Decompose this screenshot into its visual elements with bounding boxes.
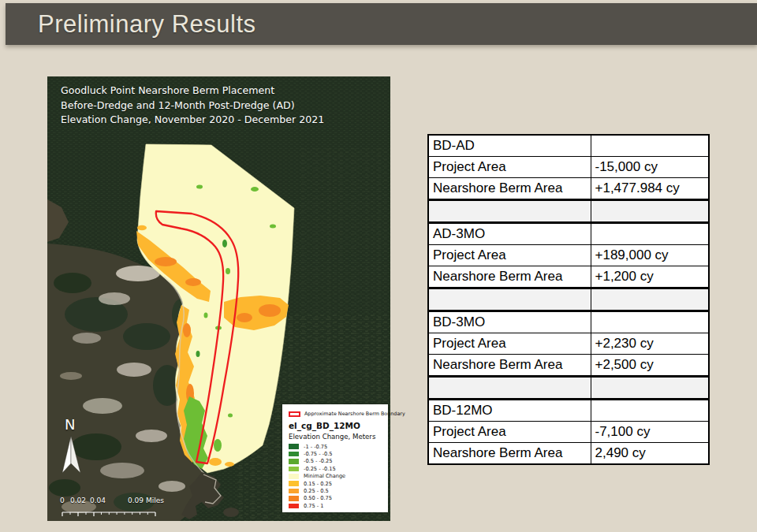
map-figure: Goodluck Point Nearshore Berm Placement … <box>47 76 390 521</box>
label-cell: BD-3MO <box>428 311 591 333</box>
label-cell: Project Area <box>428 245 591 266</box>
legend-class-row: 0.75 - 1 <box>289 502 388 509</box>
table-row: BD-AD <box>428 135 709 157</box>
value-cell <box>591 311 709 333</box>
class-swatch-icon <box>289 489 299 494</box>
label-cell <box>428 288 591 311</box>
table-row: Nearshore Berm Area+2,500 cy <box>428 355 709 377</box>
class-label: -0.25 - -0.15 <box>304 466 336 472</box>
label-cell: BD-12MO <box>428 400 591 422</box>
class-swatch-icon <box>289 481 299 486</box>
value-cell <box>591 288 709 311</box>
value-cell <box>591 200 709 223</box>
results-table: BD-AD Project Area-15,000 cy Nearshore B… <box>427 134 710 465</box>
page-title: Preliminary Results <box>38 10 256 39</box>
map-legend: Approximate Nearshore Berm Boundary el_c… <box>282 404 388 512</box>
class-label: 0.25 - 0.5 <box>304 488 329 494</box>
scale-label: 0 <box>60 497 65 504</box>
map-title-line: Before-Dredge and 12-Month Post-Dredge (… <box>61 99 324 113</box>
table-row: Project Area+189,000 cy <box>428 245 709 266</box>
map-title-line: Goodluck Point Nearshore Berm Placement <box>61 84 324 99</box>
class-swatch-icon <box>289 444 299 449</box>
results-table-container: BD-AD Project Area-15,000 cy Nearshore B… <box>427 134 710 465</box>
table-row: Project Area+2,230 cy <box>428 333 709 355</box>
table-spacer-row <box>428 377 709 400</box>
class-label: -0.75 - -0.5 <box>304 451 333 457</box>
class-label: 0.50 - 0.75 <box>304 495 332 501</box>
label-cell: Project Area <box>428 422 591 443</box>
label-cell: Nearshore Berm Area <box>428 443 591 465</box>
class-label: -0.5 - -0.25 <box>304 458 333 464</box>
value-cell: -15,000 cy <box>591 157 709 178</box>
table-spacer-row <box>428 288 709 311</box>
value-cell: -7,100 cy <box>591 422 709 443</box>
label-cell: Nearshore Berm Area <box>428 266 591 288</box>
class-swatch-icon <box>289 452 299 457</box>
class-label: 0.75 - 1 <box>304 503 323 509</box>
label-cell: Project Area <box>428 333 591 355</box>
legend-classes: -1 - -0.75 -0.75 - -0.5 -0.5 - -0.25 -0.… <box>289 443 388 510</box>
legend-title: Elevation Change, Meters <box>289 433 388 442</box>
label-cell: AD-3MO <box>428 223 591 245</box>
table-row: Project Area-7,100 cy <box>428 422 709 443</box>
value-cell: +1,477.984 cy <box>591 178 709 200</box>
legend-class-row: -0.5 - -0.25 <box>289 458 388 465</box>
value-cell <box>591 135 709 157</box>
table-row: BD-3MO <box>428 311 709 333</box>
value-cell: +2,230 cy <box>591 333 709 355</box>
class-label: -1 - -0.75 <box>304 444 327 450</box>
label-cell: Nearshore Berm Area <box>428 355 591 377</box>
map-title: Goodluck Point Nearshore Berm Placement … <box>61 84 324 128</box>
table-row: Nearshore Berm Area+1,200 cy <box>428 266 709 288</box>
legend-boundary-label: Approximate Nearshore Berm Boundary <box>304 411 405 417</box>
table-row: BD-12MO <box>428 400 709 422</box>
class-swatch-icon <box>289 496 299 501</box>
table-row: Nearshore Berm Area+1,477.984 cy <box>428 178 709 200</box>
class-label: 0.15 - 0.25 <box>304 481 332 487</box>
legend-class-row: 0.25 - 0.5 <box>289 487 388 494</box>
value-cell <box>591 377 709 400</box>
legend-boundary-row: Approximate Nearshore Berm Boundary <box>289 409 388 419</box>
north-label: N <box>65 416 75 433</box>
table-row: AD-3MO <box>428 223 709 245</box>
legend-class-row: -0.25 - -0.15 <box>289 465 388 472</box>
label-cell: Nearshore Berm Area <box>428 178 591 200</box>
map-title-line: Elevation Change, November 2020 - Decemb… <box>61 113 324 128</box>
scale-label: 0.02 <box>70 497 86 504</box>
class-swatch-icon <box>289 467 299 472</box>
value-cell: +2,500 cy <box>591 355 709 377</box>
value-cell: +1,200 cy <box>591 266 709 288</box>
legend-class-row: 0.15 - 0.25 <box>289 480 388 487</box>
value-cell <box>591 223 709 245</box>
value-cell <box>591 400 709 422</box>
label-cell <box>428 377 591 400</box>
scale-label: 0.09 Miles <box>128 497 164 504</box>
value-cell: +189,000 cy <box>591 245 709 266</box>
class-label: Minimal Change <box>304 473 345 479</box>
legend-class-row: -0.75 - -0.5 <box>289 450 388 457</box>
value-cell: 2,490 cy <box>591 443 709 465</box>
label-cell: BD-AD <box>428 135 591 157</box>
label-cell <box>428 200 591 223</box>
table-row: Project Area-15,000 cy <box>428 157 709 178</box>
scale-label: 0.04 <box>90 497 106 504</box>
berm-boundary-swatch-icon <box>289 411 300 417</box>
table-spacer-row <box>428 200 709 223</box>
legend-class-row: Minimal Change <box>289 473 388 480</box>
label-cell: Project Area <box>428 157 591 178</box>
legend-class-row: 0.50 - 0.75 <box>289 495 388 502</box>
class-swatch-icon <box>289 504 299 509</box>
legend-class-row: -1 - -0.75 <box>289 443 388 450</box>
slide: Preliminary Results <box>0 0 757 532</box>
header-bar: Preliminary Results <box>6 3 757 45</box>
class-swatch-icon <box>289 459 299 464</box>
legend-layer-name: el_cg_BD_12MO <box>289 421 388 432</box>
class-swatch-icon <box>289 474 299 479</box>
table-row: Nearshore Berm Area2,490 cy <box>428 443 709 465</box>
